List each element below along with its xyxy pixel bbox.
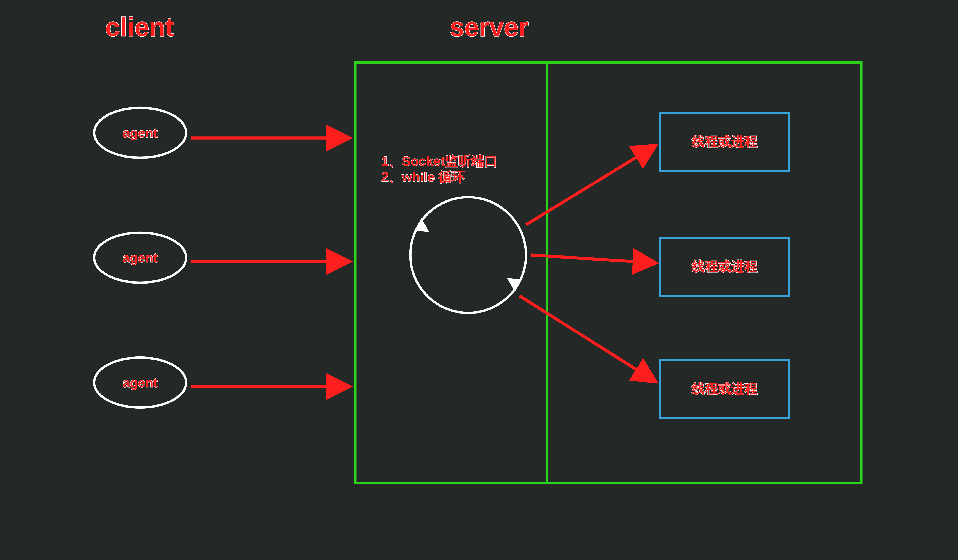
agent-3: agent <box>94 358 186 408</box>
arrow-loop-worker3 <box>520 296 655 381</box>
arrow-loop-worker1 <box>526 146 655 225</box>
worker-1-label: 线程或进程 <box>692 134 758 149</box>
arrow-loop-worker2 <box>531 255 655 263</box>
agent-1-label: agent <box>122 125 157 140</box>
svg-point-3 <box>411 197 526 313</box>
agent-2-label: agent <box>122 251 157 265</box>
agent-3-label: agent <box>122 375 157 390</box>
worker-2-label: 线程或进程 <box>692 259 758 274</box>
server-title: server <box>450 12 529 41</box>
worker-3-label: 线程或进程 <box>692 381 758 396</box>
worker-2: 线程或进程 <box>660 238 789 296</box>
server-container <box>355 62 861 483</box>
loop-desc-line2: 2、while 循环 <box>382 170 465 184</box>
loop-circle <box>411 197 526 313</box>
worker-3: 线程或进程 <box>660 360 789 418</box>
worker-1: 线程或进程 <box>660 113 789 171</box>
agent-1: agent <box>94 108 186 158</box>
agent-2: agent <box>94 233 186 282</box>
loop-desc-line1: 1、Socket监听端口 <box>382 154 498 168</box>
client-title: client <box>105 12 174 41</box>
